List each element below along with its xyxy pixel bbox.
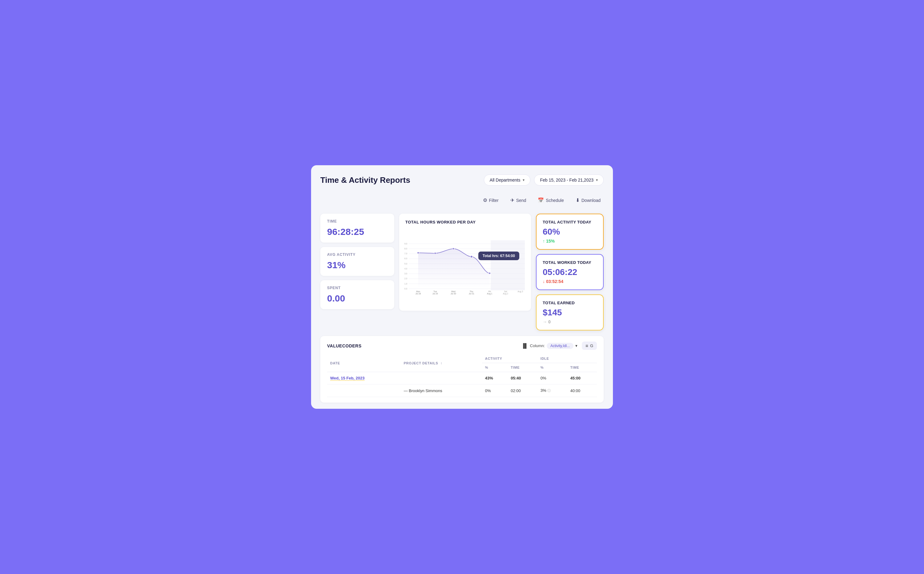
svg-text:Jul 31: Jul 31 [469, 293, 474, 295]
total-earned-card: TOTAL EARNED $145 0 [536, 294, 604, 330]
activity-time-cell: 05:40 [508, 372, 537, 385]
group-button[interactable]: ≡ G [582, 342, 597, 350]
worked-today-title: TOTAL WORKED TODAY [543, 260, 597, 265]
filter-icon: ⚙ [483, 197, 487, 203]
sort-icon: ↑ [440, 361, 442, 365]
columns-icon: ▐▌ [522, 343, 528, 348]
col-idle-time: TIME [567, 363, 597, 372]
bottom-section: VALUECODERS ▐▌ Column: Activity,Idl... ▾… [320, 336, 604, 403]
svg-point-22 [434, 252, 436, 254]
spent-label: SPENT [327, 286, 387, 290]
calendar-icon: 📅 [538, 197, 544, 203]
col-idle-pct: % [537, 363, 567, 372]
header: Time & Activity Reports All Departments … [320, 175, 604, 186]
avg-activity-label: AVG ACTIVITY [327, 252, 387, 257]
col-activity-pct: % [482, 363, 508, 372]
idle-pct-cell: 0% [537, 372, 567, 385]
table-controls: ▐▌ Column: Activity,Idl... ▾ ≡ G [522, 342, 597, 350]
svg-text:Tue: Tue [433, 290, 437, 293]
svg-point-23 [453, 248, 454, 250]
table-row: Wed, 15 Feb, 2023 43% 05:40 0% 45:00 [327, 372, 597, 385]
chart-title: TOTAL HOURS WORKED PER DAY [402, 220, 525, 224]
activity-pct-cell: 43% [482, 372, 508, 385]
chevron-down-icon: ▾ [596, 178, 598, 182]
total-worked-today-card: TOTAL WORKED TODAY 05:06:22 03:52:54 [536, 254, 604, 290]
group-icon: ≡ [586, 343, 588, 348]
project-cell: — Brooklyn Simmons [401, 385, 482, 397]
chart-area: Total hrs: 67:54:00 9.0 8.0 7.0 6.0 5.0 … [402, 227, 525, 308]
activity-time-cell2: 02:00 [508, 385, 537, 397]
svg-text:8.0: 8.0 [404, 248, 407, 250]
col-activity-time: TIME [508, 363, 537, 372]
send-button[interactable]: ✈ Send [507, 196, 530, 205]
svg-text:3.0: 3.0 [404, 273, 407, 275]
col-idle-header: IDLE [537, 354, 597, 363]
table-header-row: VALUECODERS ▐▌ Column: Activity,Idl... ▾… [327, 342, 597, 350]
svg-text:0.0: 0.0 [404, 288, 407, 290]
svg-text:1.0: 1.0 [404, 283, 407, 285]
worked-today-sub: 03:52:54 [543, 279, 597, 284]
column-selector[interactable]: ▐▌ Column: Activity,Idl... ▾ [522, 343, 577, 349]
table-section-title: VALUECODERS [327, 344, 361, 348]
chart-svg: 9.0 8.0 7.0 6.0 5.0 4.0 3.0 2.0 [402, 227, 525, 308]
idle-time-cell2: 40:00 [567, 385, 597, 397]
filter-button[interactable]: ⚙ Filter [480, 196, 502, 205]
header-controls: All Departments ▾ Feb 15, 2023 - Feb 21,… [484, 175, 604, 186]
activity-pct-cell2: 0% [482, 385, 508, 397]
svg-text:4.0: 4.0 [404, 268, 407, 270]
chart-section: TOTAL HOURS WORKED PER DAY Total hrs: 67… [399, 214, 531, 311]
svg-text:Jul 29: Jul 29 [432, 293, 438, 295]
time-label: TIME [327, 219, 387, 224]
spent-value: 0.00 [327, 293, 387, 304]
col-date: DATE [327, 354, 401, 372]
main-container: Time & Activity Reports All Departments … [311, 165, 613, 409]
column-tag: Activity,Idl... [547, 343, 574, 349]
svg-text:9.0: 9.0 [404, 243, 407, 245]
svg-text:Mon: Mon [416, 290, 420, 293]
chevron-down-icon: ▾ [575, 344, 577, 348]
svg-text:Jul 28: Jul 28 [415, 293, 421, 295]
department-dropdown[interactable]: All Departments ▾ [484, 175, 531, 186]
idle-pct-cell2: 3% ⓘ [537, 385, 567, 397]
download-icon: ⬇ [576, 197, 580, 203]
worked-today-value: 05:06:22 [543, 267, 597, 277]
svg-text:Thu: Thu [470, 290, 473, 293]
earned-today-sub: 0 [543, 319, 597, 324]
table-row: — Brooklyn Simmons 0% 02:00 3% ⓘ 40:00 [327, 385, 597, 397]
page-title: Time & Activity Reports [320, 175, 410, 185]
svg-point-24 [470, 255, 473, 258]
svg-text:2.0: 2.0 [404, 278, 407, 280]
svg-text:Aug 1: Aug 1 [487, 293, 492, 295]
svg-text:Sat: Sat [504, 290, 507, 293]
col-activity-header: ACTIVITY [482, 354, 537, 363]
date-cell[interactable]: Wed, 15 Feb, 2023 [330, 376, 365, 380]
svg-rect-20 [491, 240, 525, 290]
svg-text:5.0: 5.0 [404, 263, 407, 265]
svg-text:Jul 30: Jul 30 [451, 293, 456, 295]
svg-text:7.0: 7.0 [404, 252, 407, 255]
svg-text:Aug 2: Aug 2 [503, 293, 509, 295]
svg-text:Fri: Fri [489, 290, 491, 293]
time-card: TIME 96:28:25 [320, 214, 394, 243]
right-cards: TOTAL ACTIVITY TODAY 60% 15% TOTAL WORKE… [536, 214, 604, 330]
svg-text:6.0: 6.0 [404, 257, 407, 260]
idle-time-cell: 45:00 [567, 372, 597, 385]
activity-today-title: TOTAL ACTIVITY TODAY [543, 220, 597, 224]
avg-activity-value: 31% [327, 260, 387, 270]
content-grid: TIME 96:28:25 AVG ACTIVITY 31% SPENT 0.0… [320, 214, 604, 330]
svg-point-25 [489, 272, 491, 274]
svg-text:Aug 3: Aug 3 [518, 290, 523, 293]
col-project: PROJECT DETAILS ↑ [401, 354, 482, 372]
svg-point-21 [417, 252, 419, 254]
schedule-button[interactable]: 📅 Schedule [535, 196, 567, 205]
earned-today-value: $145 [543, 308, 597, 317]
chevron-down-icon: ▾ [523, 178, 525, 182]
download-button[interactable]: ⬇ Download [573, 196, 604, 205]
date-range-dropdown[interactable]: Feb 15, 2023 - Feb 21,2023 ▾ [534, 175, 604, 186]
toolbar: ⚙ Filter ✈ Send 📅 Schedule ⬇ Download [320, 192, 604, 208]
earned-today-title: TOTAL EARNED [543, 301, 597, 305]
left-cards: TIME 96:28:25 AVG ACTIVITY 31% SPENT 0.0… [320, 214, 394, 309]
svg-text:Wed: Wed [451, 290, 456, 293]
data-table: DATE PROJECT DETAILS ↑ ACTIVITY IDLE % T… [327, 354, 597, 397]
avg-activity-card: AVG ACTIVITY 31% [320, 247, 394, 276]
